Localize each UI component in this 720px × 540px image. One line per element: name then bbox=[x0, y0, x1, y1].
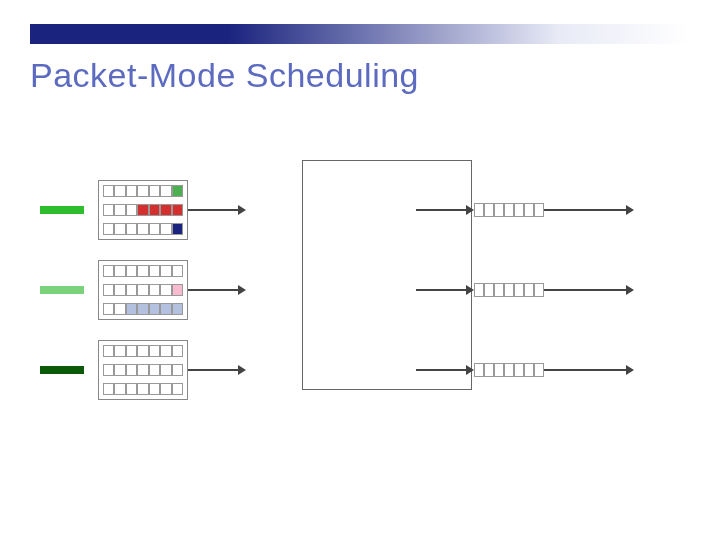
queue-cell bbox=[149, 303, 160, 315]
queue-cell bbox=[137, 204, 148, 216]
queue-cell bbox=[103, 185, 114, 197]
queue-cell bbox=[524, 363, 534, 377]
queue-cell bbox=[172, 223, 183, 235]
queue-cell bbox=[172, 185, 183, 197]
queue-cell bbox=[114, 204, 125, 216]
queue-cell bbox=[172, 265, 183, 277]
queue-cell bbox=[114, 383, 125, 395]
queue-cell bbox=[484, 203, 494, 217]
queue-cell bbox=[484, 283, 494, 297]
queue-cell bbox=[514, 363, 524, 377]
queue-cell bbox=[149, 185, 160, 197]
queue-cell bbox=[149, 265, 160, 277]
arrow-out-1 bbox=[416, 204, 474, 216]
voq-queue bbox=[103, 204, 183, 216]
queue-cell bbox=[504, 283, 514, 297]
queue-cell bbox=[474, 203, 484, 217]
voq-queue bbox=[103, 185, 183, 197]
output-queue-3 bbox=[474, 363, 544, 377]
arrow-out-3 bbox=[416, 364, 474, 376]
queue-cell bbox=[160, 204, 171, 216]
voq-queue bbox=[103, 345, 183, 357]
queue-cell bbox=[137, 284, 148, 296]
queue-cell bbox=[126, 345, 137, 357]
input-mark-3 bbox=[40, 366, 84, 374]
header-gradient-bar bbox=[30, 24, 690, 44]
queue-cell bbox=[160, 284, 171, 296]
queue-cell bbox=[474, 283, 484, 297]
queue-cell bbox=[494, 363, 504, 377]
queue-cell bbox=[160, 345, 171, 357]
queue-cell bbox=[114, 265, 125, 277]
queue-cell bbox=[126, 223, 137, 235]
voq-queue bbox=[103, 284, 183, 296]
queue-cell bbox=[524, 203, 534, 217]
arrow-out-2 bbox=[416, 284, 474, 296]
queue-cell bbox=[114, 364, 125, 376]
queue-cell bbox=[114, 284, 125, 296]
arrow-in-1 bbox=[188, 204, 246, 216]
queue-cell bbox=[160, 364, 171, 376]
voq-block-3 bbox=[98, 340, 188, 400]
queue-cell bbox=[160, 185, 171, 197]
queue-cell bbox=[126, 284, 137, 296]
queue-cell bbox=[149, 345, 160, 357]
queue-cell bbox=[137, 303, 148, 315]
queue-cell bbox=[474, 363, 484, 377]
queue-cell bbox=[149, 383, 160, 395]
queue-cell bbox=[172, 383, 183, 395]
queue-cell bbox=[137, 223, 148, 235]
output-queue-1 bbox=[474, 203, 544, 217]
slide-title: Packet-Mode Scheduling bbox=[30, 56, 419, 95]
voq-block-2 bbox=[98, 260, 188, 320]
queue-cell bbox=[172, 284, 183, 296]
queue-cell bbox=[126, 204, 137, 216]
arrow-in-3 bbox=[188, 364, 246, 376]
queue-cell bbox=[126, 383, 137, 395]
queue-cell bbox=[126, 265, 137, 277]
input-row-3 bbox=[40, 340, 680, 400]
queue-cell bbox=[514, 283, 524, 297]
arrow-exit-1 bbox=[544, 204, 634, 216]
voq-queue bbox=[103, 265, 183, 277]
voq-queue bbox=[103, 383, 183, 395]
voq-block-1 bbox=[98, 180, 188, 240]
queue-cell bbox=[160, 223, 171, 235]
diagram-stage bbox=[40, 150, 680, 430]
queue-cell bbox=[126, 364, 137, 376]
input-row-2 bbox=[40, 260, 680, 320]
arrow-exit-3 bbox=[544, 364, 634, 376]
queue-cell bbox=[160, 265, 171, 277]
queue-cell bbox=[103, 204, 114, 216]
queue-cell bbox=[103, 383, 114, 395]
queue-cell bbox=[160, 383, 171, 395]
queue-cell bbox=[149, 364, 160, 376]
queue-cell bbox=[524, 283, 534, 297]
queue-cell bbox=[103, 364, 114, 376]
queue-cell bbox=[137, 265, 148, 277]
queue-cell bbox=[137, 345, 148, 357]
queue-cell bbox=[103, 303, 114, 315]
queue-cell bbox=[126, 303, 137, 315]
queue-cell bbox=[114, 223, 125, 235]
queue-cell bbox=[149, 223, 160, 235]
queue-cell bbox=[504, 203, 514, 217]
queue-cell bbox=[534, 203, 544, 217]
arrow-in-2 bbox=[188, 284, 246, 296]
queue-cell bbox=[534, 283, 544, 297]
queue-cell bbox=[484, 363, 494, 377]
queue-cell bbox=[172, 364, 183, 376]
queue-cell bbox=[114, 345, 125, 357]
queue-cell bbox=[103, 345, 114, 357]
queue-cell bbox=[149, 284, 160, 296]
queue-cell bbox=[494, 283, 504, 297]
voq-queue bbox=[103, 364, 183, 376]
queue-cell bbox=[494, 203, 504, 217]
queue-cell bbox=[504, 363, 514, 377]
queue-cell bbox=[103, 265, 114, 277]
input-mark-2 bbox=[40, 286, 84, 294]
queue-cell bbox=[172, 204, 183, 216]
queue-cell bbox=[514, 203, 524, 217]
queue-cell bbox=[103, 284, 114, 296]
queue-cell bbox=[137, 364, 148, 376]
